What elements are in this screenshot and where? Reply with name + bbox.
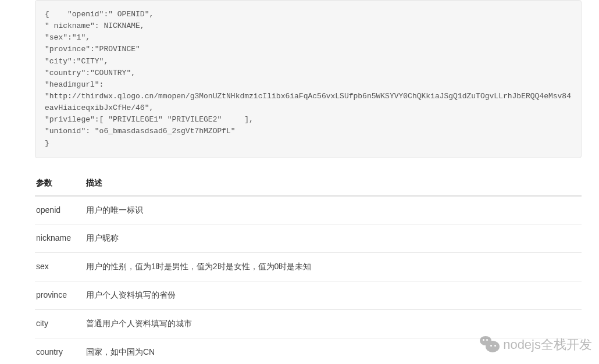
table-row: nickname 用户昵称 bbox=[35, 224, 582, 253]
header-desc: 描述 bbox=[85, 171, 582, 196]
header-param: 参数 bbox=[35, 171, 85, 196]
desc-cell: 用户的唯一标识 bbox=[85, 196, 582, 224]
params-table: 参数 描述 openid 用户的唯一标识 nickname 用户昵称 sex 用… bbox=[35, 171, 582, 364]
table-row: city 普通用户个人资料填写的城市 bbox=[35, 309, 582, 338]
desc-cell: 用户个人资料填写的省份 bbox=[85, 281, 582, 310]
param-cell: nickname bbox=[35, 224, 85, 253]
desc-cell: 普通用户个人资料填写的城市 bbox=[85, 309, 582, 338]
param-cell: openid bbox=[35, 196, 85, 224]
table-row: province 用户个人资料填写的省份 bbox=[35, 281, 582, 310]
table-header-row: 参数 描述 bbox=[35, 171, 582, 196]
desc-cell: 用户的性别，值为1时是男性，值为2时是女性，值为0时是未知 bbox=[85, 253, 582, 281]
param-cell: city bbox=[35, 309, 85, 338]
desc-cell: 国家，如中国为CN bbox=[85, 338, 582, 364]
json-response-code: { "openid":" OPENID", " nickname": NICKN… bbox=[35, 0, 582, 158]
param-cell: country bbox=[35, 338, 85, 364]
param-cell: province bbox=[35, 281, 85, 310]
table-row: country 国家，如中国为CN bbox=[35, 338, 582, 364]
desc-cell: 用户昵称 bbox=[85, 224, 582, 253]
table-row: openid 用户的唯一标识 bbox=[35, 196, 582, 224]
table-row: sex 用户的性别，值为1时是男性，值为2时是女性，值为0时是未知 bbox=[35, 253, 582, 281]
param-cell: sex bbox=[35, 253, 85, 281]
